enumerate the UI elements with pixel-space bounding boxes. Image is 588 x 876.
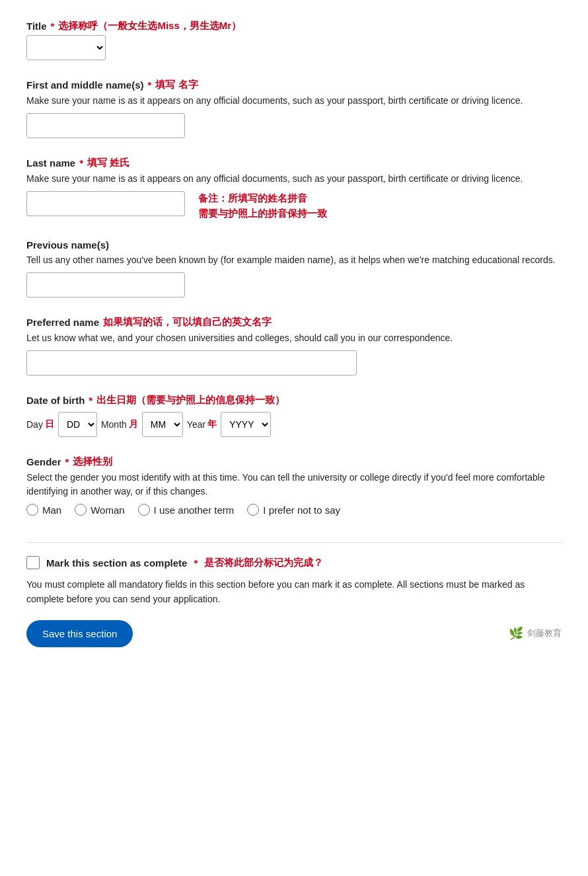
- year-label: Year 年: [187, 418, 217, 430]
- gender-prefer-not-option[interactable]: I prefer not to say: [247, 504, 340, 516]
- preferred-name-label-text: Preferred name: [26, 317, 99, 328]
- title-dropdown[interactable]: Mr Miss Mrs Ms Dr: [26, 35, 106, 60]
- preferred-name-label: Preferred name 如果填写的话，可以填自己的英文名字: [26, 316, 562, 329]
- first-name-label-text: First and middle name(s): [26, 79, 144, 91]
- first-name-input[interactable]: [26, 113, 185, 138]
- gender-man-label: Man: [42, 504, 61, 516]
- gender-prefer-not-radio[interactable]: [247, 504, 259, 516]
- gender-label-text: Gender: [26, 456, 61, 467]
- preferred-name-input[interactable]: [26, 350, 357, 376]
- last-name-required-star: *: [79, 157, 83, 169]
- gender-woman-label: Woman: [91, 504, 124, 516]
- first-name-hint: Make sure your name is as it appears on …: [26, 94, 562, 108]
- last-name-annotation-line1: 备注：所填写的姓名拼音: [198, 191, 327, 206]
- first-name-field: First and middle name(s) * 填写 名字 Make su…: [26, 79, 562, 138]
- gender-another-radio[interactable]: [138, 504, 150, 516]
- previous-name-hint: Tell us any other names you've been know…: [26, 253, 562, 267]
- complete-annotation: 是否将此部分标记为完成？: [204, 557, 323, 569]
- gender-man-radio[interactable]: [26, 504, 38, 516]
- previous-name-input[interactable]: [26, 272, 185, 298]
- dob-field: Date of birth * 出生日期（需要与护照上的信息保持一致） Day …: [26, 394, 562, 437]
- gender-another-option[interactable]: I use another term: [138, 504, 235, 516]
- title-field: Title * 选择称呼（一般女生选Miss，男生选Mr） Mr Miss Mr…: [26, 20, 562, 60]
- complete-section: Mark this section as complete * 是否将此部分标记…: [26, 542, 562, 647]
- preferred-name-annotation: 如果填写的话，可以填自己的英文名字: [103, 316, 272, 329]
- dob-row: Day 日 DD for(let i=1;i<=31;i++) document…: [26, 412, 562, 437]
- watermark-text: 剑藤教育: [527, 627, 562, 639]
- title-label: Title * 选择称呼（一般女生选Miss，男生选Mr）: [26, 20, 562, 32]
- title-label-text: Title: [26, 20, 47, 32]
- day-label: Day 日: [26, 418, 54, 430]
- save-button[interactable]: Save this section: [26, 620, 133, 647]
- gender-woman-option[interactable]: Woman: [75, 504, 124, 516]
- title-required-star: *: [51, 20, 55, 32]
- last-name-annotation: 填写 姓氏: [87, 157, 129, 169]
- watermark-icon: 🌿: [509, 626, 523, 641]
- month-label: Month 月: [101, 418, 138, 430]
- dob-label: Date of birth * 出生日期（需要与护照上的信息保持一致）: [26, 394, 562, 407]
- month-select[interactable]: MM 01 02 03 04 05 06 07 08 09 10 11 12: [142, 412, 183, 437]
- previous-name-label-text: Previous name(s): [26, 239, 109, 251]
- previous-name-label: Previous name(s): [26, 239, 562, 251]
- dob-annotation: 出生日期（需要与护照上的信息保持一致）: [96, 394, 285, 407]
- dob-label-text: Date of birth: [26, 395, 85, 406]
- day-select[interactable]: DD for(let i=1;i<=31;i++) document.write…: [58, 412, 97, 437]
- last-name-row: 备注：所填写的姓名拼音 需要与护照上的拼音保持一致: [26, 191, 562, 221]
- last-name-label-text: Last name: [26, 157, 75, 169]
- footer-row: Save this section 🌿 剑藤教育: [26, 620, 562, 647]
- complete-row: Mark this section as complete * 是否将此部分标记…: [26, 556, 562, 569]
- last-name-side-annotation: 备注：所填写的姓名拼音 需要与护照上的拼音保持一致: [198, 191, 327, 221]
- watermark: 🌿 剑藤教育: [509, 626, 562, 641]
- year-select[interactable]: YYYY for(let y=2010;y>=1940;y--) documen…: [221, 412, 271, 437]
- first-name-required-star: *: [148, 79, 152, 91]
- gender-annotation: 选择性别: [73, 456, 112, 468]
- gender-prefer-not-label: I prefer not to say: [263, 504, 340, 516]
- gender-label: Gender * 选择性别: [26, 456, 562, 468]
- title-annotation: 选择称呼（一般女生选Miss，男生选Mr）: [58, 20, 241, 32]
- gender-another-label: I use another term: [154, 504, 235, 516]
- first-name-annotation: 填写 名字: [155, 79, 198, 91]
- complete-required-star: *: [194, 557, 198, 569]
- gender-man-option[interactable]: Man: [26, 504, 61, 516]
- last-name-input[interactable]: [26, 191, 185, 216]
- dob-required-star: *: [89, 395, 92, 406]
- gender-required-star: *: [65, 456, 69, 467]
- previous-name-field: Previous name(s) Tell us any other names…: [26, 239, 562, 298]
- last-name-hint: Make sure your name is as it appears on …: [26, 172, 562, 186]
- last-name-label: Last name * 填写 姓氏: [26, 157, 562, 169]
- gender-field: Gender * 选择性别 Select the gender you most…: [26, 456, 562, 516]
- gender-options: Man Woman I use another term I prefer no…: [26, 504, 562, 516]
- gender-woman-radio[interactable]: [75, 504, 87, 516]
- last-name-field: Last name * 填写 姓氏 Make sure your name is…: [26, 157, 562, 221]
- complete-label-text: Mark this section as complete: [46, 557, 187, 569]
- gender-hint: Select the gender you most identify with…: [26, 471, 562, 498]
- complete-hint: You must complete all mandatory fields i…: [26, 577, 562, 607]
- last-name-annotation-line2: 需要与护照上的拼音保持一致: [198, 206, 327, 221]
- complete-checkbox[interactable]: [26, 556, 40, 569]
- preferred-name-field: Preferred name 如果填写的话，可以填自己的英文名字 Let us …: [26, 316, 562, 376]
- first-name-label: First and middle name(s) * 填写 名字: [26, 79, 562, 91]
- preferred-name-hint: Let us know what we, and your chosen uni…: [26, 331, 562, 345]
